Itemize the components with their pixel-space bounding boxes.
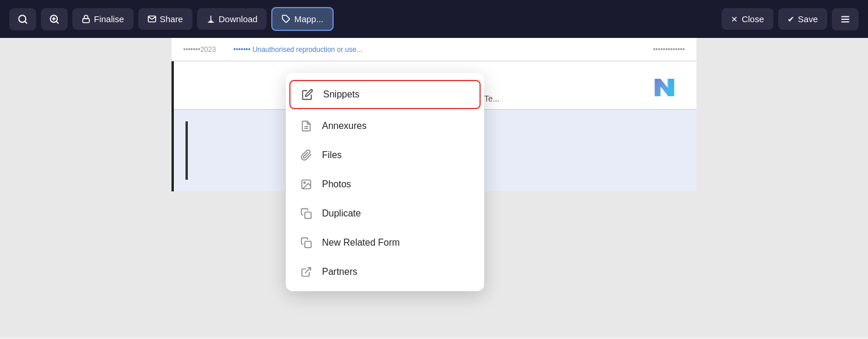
dropdown-item-duplicate[interactable]: Duplicate — [286, 199, 484, 228]
save-button[interactable]: ✔ Save — [778, 8, 827, 30]
svg-rect-17 — [305, 242, 312, 248]
doc-top-link-text: ••••••• Unauthorised reproduction or use… — [233, 46, 362, 54]
zoom-search-button[interactable] — [41, 8, 68, 30]
dropdown-item-files[interactable]: Files — [286, 141, 484, 170]
annexures-label: Annexures — [322, 121, 367, 131]
download-button[interactable]: Download — [197, 8, 267, 30]
doc-top-left-text: •••••••2023 — [183, 46, 216, 54]
svg-rect-6 — [83, 19, 89, 23]
snippets-label: Snippets — [323, 89, 359, 100]
dropdown-item-annexures[interactable]: Annexures — [286, 111, 484, 141]
doc-top-right-text: ••••••••••••• — [653, 46, 685, 54]
toolbar-right: ✕ Close ✔ Save — [722, 8, 859, 30]
svg-rect-16 — [305, 212, 312, 219]
dropdown-menu: Snippets Annexures Files — [286, 73, 484, 291]
clip-icon — [300, 149, 313, 162]
new-related-form-label: New Related Form — [322, 237, 400, 248]
search-button-1[interactable] — [9, 8, 36, 30]
external-icon — [300, 265, 313, 278]
svg-line-1 — [24, 21, 26, 23]
duplicate-label: Duplicate — [322, 208, 361, 219]
document-area: •••••••2023 ••••••• Unauthorised reprodu… — [0, 38, 868, 337]
dropdown-item-partners[interactable]: Partners — [286, 257, 484, 286]
dropdown-item-new-related-form[interactable]: New Related Form — [286, 228, 484, 257]
doc-icon — [300, 120, 313, 132]
svg-line-3 — [56, 21, 58, 23]
toolbar-left: Finalise Share Download Mapp... — [9, 7, 717, 31]
dropdown-item-snippets[interactable]: Snippets — [289, 80, 481, 109]
files-label: Files — [322, 150, 342, 160]
partners-label: Partners — [322, 267, 357, 277]
form-icon — [300, 236, 313, 249]
menu-button[interactable] — [832, 8, 859, 30]
svg-line-18 — [305, 268, 310, 273]
share-button[interactable]: Share — [138, 8, 192, 30]
svg-point-15 — [304, 182, 306, 184]
brand-logo — [650, 73, 679, 102]
photos-label: Photos — [322, 179, 351, 190]
toolbar: Finalise Share Download Mapp... — [0, 0, 868, 38]
finalise-button[interactable]: Finalise — [72, 8, 134, 30]
dropdown-item-photos[interactable]: Photos — [286, 170, 484, 199]
copy-icon — [300, 207, 313, 220]
doc-top-row: •••••••2023 ••••••• Unauthorised reprodu… — [172, 38, 696, 61]
close-button[interactable]: ✕ Close — [722, 8, 773, 30]
edit-icon — [301, 88, 314, 101]
image-icon — [300, 178, 313, 191]
mapping-button[interactable]: Mapp... — [271, 7, 334, 31]
